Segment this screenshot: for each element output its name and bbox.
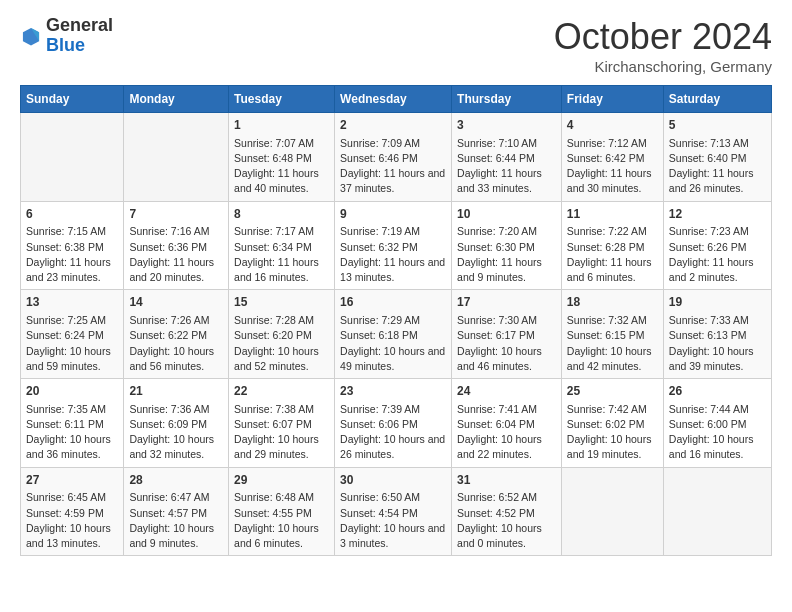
calendar-day-cell: 9Sunrise: 7:19 AM Sunset: 6:32 PM Daylig…: [335, 201, 452, 290]
day-number: 6: [26, 206, 118, 223]
day-info: Sunrise: 7:39 AM Sunset: 6:06 PM Dayligh…: [340, 402, 446, 463]
calendar-week-row: 20Sunrise: 7:35 AM Sunset: 6:11 PM Dayli…: [21, 379, 772, 468]
day-info: Sunrise: 7:23 AM Sunset: 6:26 PM Dayligh…: [669, 224, 766, 285]
day-info: Sunrise: 7:30 AM Sunset: 6:17 PM Dayligh…: [457, 313, 556, 374]
day-number: 13: [26, 294, 118, 311]
day-info: Sunrise: 7:44 AM Sunset: 6:00 PM Dayligh…: [669, 402, 766, 463]
calendar-day-cell: 15Sunrise: 7:28 AM Sunset: 6:20 PM Dayli…: [229, 290, 335, 379]
calendar-day-cell: 29Sunrise: 6:48 AM Sunset: 4:55 PM Dayli…: [229, 467, 335, 556]
calendar-table: SundayMondayTuesdayWednesdayThursdayFrid…: [20, 85, 772, 556]
calendar-week-row: 13Sunrise: 7:25 AM Sunset: 6:24 PM Dayli…: [21, 290, 772, 379]
calendar-day-cell: 31Sunrise: 6:52 AM Sunset: 4:52 PM Dayli…: [452, 467, 562, 556]
calendar-day-cell: 8Sunrise: 7:17 AM Sunset: 6:34 PM Daylig…: [229, 201, 335, 290]
day-of-week-header: Sunday: [21, 86, 124, 113]
calendar-day-cell: [124, 113, 229, 202]
calendar-day-cell: 24Sunrise: 7:41 AM Sunset: 6:04 PM Dayli…: [452, 379, 562, 468]
day-info: Sunrise: 7:09 AM Sunset: 6:46 PM Dayligh…: [340, 136, 446, 197]
title-area: October 2024 Kirchanschoring, Germany: [554, 16, 772, 75]
day-number: 2: [340, 117, 446, 134]
day-number: 20: [26, 383, 118, 400]
day-number: 4: [567, 117, 658, 134]
day-info: Sunrise: 6:52 AM Sunset: 4:52 PM Dayligh…: [457, 490, 556, 551]
day-number: 17: [457, 294, 556, 311]
calendar-day-cell: 6Sunrise: 7:15 AM Sunset: 6:38 PM Daylig…: [21, 201, 124, 290]
calendar-day-cell: 25Sunrise: 7:42 AM Sunset: 6:02 PM Dayli…: [561, 379, 663, 468]
calendar-day-cell: 20Sunrise: 7:35 AM Sunset: 6:11 PM Dayli…: [21, 379, 124, 468]
day-number: 15: [234, 294, 329, 311]
calendar-header-row: SundayMondayTuesdayWednesdayThursdayFrid…: [21, 86, 772, 113]
calendar-day-cell: 2Sunrise: 7:09 AM Sunset: 6:46 PM Daylig…: [335, 113, 452, 202]
day-info: Sunrise: 7:35 AM Sunset: 6:11 PM Dayligh…: [26, 402, 118, 463]
day-info: Sunrise: 7:20 AM Sunset: 6:30 PM Dayligh…: [457, 224, 556, 285]
day-info: Sunrise: 7:12 AM Sunset: 6:42 PM Dayligh…: [567, 136, 658, 197]
location-title: Kirchanschoring, Germany: [554, 58, 772, 75]
day-info: Sunrise: 7:07 AM Sunset: 6:48 PM Dayligh…: [234, 136, 329, 197]
day-info: Sunrise: 6:48 AM Sunset: 4:55 PM Dayligh…: [234, 490, 329, 551]
calendar-day-cell: 14Sunrise: 7:26 AM Sunset: 6:22 PM Dayli…: [124, 290, 229, 379]
calendar-day-cell: 27Sunrise: 6:45 AM Sunset: 4:59 PM Dayli…: [21, 467, 124, 556]
day-number: 23: [340, 383, 446, 400]
calendar-day-cell: 7Sunrise: 7:16 AM Sunset: 6:36 PM Daylig…: [124, 201, 229, 290]
calendar-week-row: 1Sunrise: 7:07 AM Sunset: 6:48 PM Daylig…: [21, 113, 772, 202]
day-number: 8: [234, 206, 329, 223]
calendar-week-row: 27Sunrise: 6:45 AM Sunset: 4:59 PM Dayli…: [21, 467, 772, 556]
calendar-day-cell: [21, 113, 124, 202]
day-info: Sunrise: 7:19 AM Sunset: 6:32 PM Dayligh…: [340, 224, 446, 285]
day-of-week-header: Thursday: [452, 86, 562, 113]
day-info: Sunrise: 7:41 AM Sunset: 6:04 PM Dayligh…: [457, 402, 556, 463]
calendar-day-cell: 4Sunrise: 7:12 AM Sunset: 6:42 PM Daylig…: [561, 113, 663, 202]
calendar-day-cell: 11Sunrise: 7:22 AM Sunset: 6:28 PM Dayli…: [561, 201, 663, 290]
day-number: 7: [129, 206, 223, 223]
calendar-day-cell: 16Sunrise: 7:29 AM Sunset: 6:18 PM Dayli…: [335, 290, 452, 379]
calendar-day-cell: 28Sunrise: 6:47 AM Sunset: 4:57 PM Dayli…: [124, 467, 229, 556]
day-info: Sunrise: 6:45 AM Sunset: 4:59 PM Dayligh…: [26, 490, 118, 551]
calendar-day-cell: 17Sunrise: 7:30 AM Sunset: 6:17 PM Dayli…: [452, 290, 562, 379]
day-info: Sunrise: 7:22 AM Sunset: 6:28 PM Dayligh…: [567, 224, 658, 285]
calendar-day-cell: 13Sunrise: 7:25 AM Sunset: 6:24 PM Dayli…: [21, 290, 124, 379]
day-number: 9: [340, 206, 446, 223]
calendar-day-cell: 18Sunrise: 7:32 AM Sunset: 6:15 PM Dayli…: [561, 290, 663, 379]
day-number: 5: [669, 117, 766, 134]
day-info: Sunrise: 7:16 AM Sunset: 6:36 PM Dayligh…: [129, 224, 223, 285]
day-number: 26: [669, 383, 766, 400]
calendar-day-cell: [663, 467, 771, 556]
logo-general: General: [46, 16, 113, 36]
day-of-week-header: Monday: [124, 86, 229, 113]
day-number: 3: [457, 117, 556, 134]
calendar-day-cell: [561, 467, 663, 556]
day-of-week-header: Tuesday: [229, 86, 335, 113]
day-info: Sunrise: 7:10 AM Sunset: 6:44 PM Dayligh…: [457, 136, 556, 197]
calendar-day-cell: 1Sunrise: 7:07 AM Sunset: 6:48 PM Daylig…: [229, 113, 335, 202]
month-title: October 2024: [554, 16, 772, 58]
day-number: 12: [669, 206, 766, 223]
day-info: Sunrise: 6:47 AM Sunset: 4:57 PM Dayligh…: [129, 490, 223, 551]
day-info: Sunrise: 7:28 AM Sunset: 6:20 PM Dayligh…: [234, 313, 329, 374]
day-number: 16: [340, 294, 446, 311]
day-number: 29: [234, 472, 329, 489]
calendar-day-cell: 5Sunrise: 7:13 AM Sunset: 6:40 PM Daylig…: [663, 113, 771, 202]
day-info: Sunrise: 7:42 AM Sunset: 6:02 PM Dayligh…: [567, 402, 658, 463]
day-of-week-header: Saturday: [663, 86, 771, 113]
calendar-day-cell: 23Sunrise: 7:39 AM Sunset: 6:06 PM Dayli…: [335, 379, 452, 468]
logo-icon: [20, 25, 42, 47]
day-number: 24: [457, 383, 556, 400]
day-info: Sunrise: 7:25 AM Sunset: 6:24 PM Dayligh…: [26, 313, 118, 374]
day-number: 27: [26, 472, 118, 489]
calendar-day-cell: 19Sunrise: 7:33 AM Sunset: 6:13 PM Dayli…: [663, 290, 771, 379]
calendar-day-cell: 3Sunrise: 7:10 AM Sunset: 6:44 PM Daylig…: [452, 113, 562, 202]
day-of-week-header: Friday: [561, 86, 663, 113]
calendar-day-cell: 12Sunrise: 7:23 AM Sunset: 6:26 PM Dayli…: [663, 201, 771, 290]
day-info: Sunrise: 7:17 AM Sunset: 6:34 PM Dayligh…: [234, 224, 329, 285]
calendar-day-cell: 26Sunrise: 7:44 AM Sunset: 6:00 PM Dayli…: [663, 379, 771, 468]
calendar-week-row: 6Sunrise: 7:15 AM Sunset: 6:38 PM Daylig…: [21, 201, 772, 290]
day-info: Sunrise: 7:13 AM Sunset: 6:40 PM Dayligh…: [669, 136, 766, 197]
day-info: Sunrise: 6:50 AM Sunset: 4:54 PM Dayligh…: [340, 490, 446, 551]
day-number: 14: [129, 294, 223, 311]
day-info: Sunrise: 7:32 AM Sunset: 6:15 PM Dayligh…: [567, 313, 658, 374]
day-number: 21: [129, 383, 223, 400]
day-number: 10: [457, 206, 556, 223]
day-number: 25: [567, 383, 658, 400]
logo-blue: Blue: [46, 36, 113, 56]
day-number: 31: [457, 472, 556, 489]
day-number: 22: [234, 383, 329, 400]
